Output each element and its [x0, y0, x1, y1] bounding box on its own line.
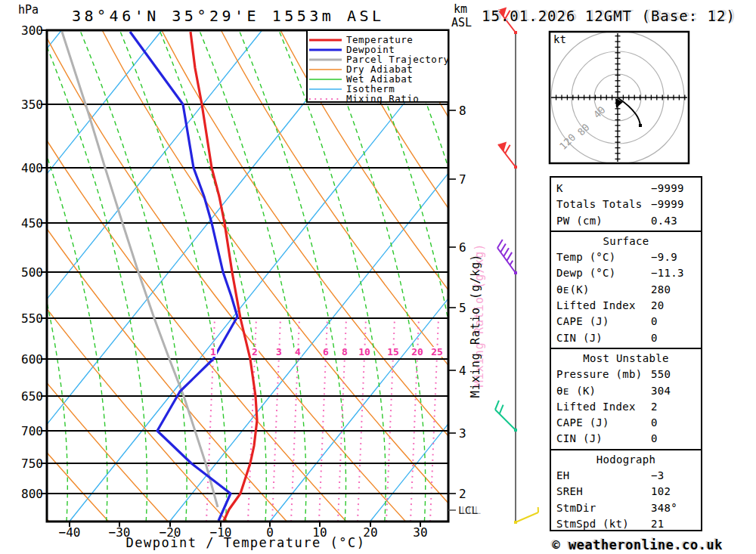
- table-row: K−9999: [551, 181, 701, 197]
- table-row-label: EH: [556, 468, 569, 484]
- pressure-tick-label: 400: [8, 161, 43, 175]
- pressure-tick-label: 550: [8, 311, 43, 326]
- mixing-ratio-value-label: 2: [251, 347, 259, 357]
- table-row-value: 0.43: [651, 213, 698, 229]
- table-row: CIN (J)0: [551, 330, 701, 346]
- table-row-value: −9999: [651, 197, 698, 212]
- table-row: CAPE (J)0: [551, 314, 701, 330]
- table-row-label: Pressure (mb): [556, 367, 642, 382]
- table-row-value: 102: [651, 484, 698, 500]
- wind-barb: [497, 240, 517, 274]
- temp-tick-label: 0: [250, 525, 290, 540]
- hodograph-unit-label: kt: [553, 33, 566, 45]
- table-row-label: StmDir: [556, 500, 596, 516]
- run-title: 15.01.2026 12GMT (Base: 12): [482, 8, 736, 24]
- table-row-label: PW (cm): [556, 213, 603, 229]
- table-section: HodographEH−3SREH102StmDir348°StmSpd (kt…: [551, 449, 701, 534]
- table-row-label: θᴇ(K): [556, 282, 590, 298]
- pressure-tick-label: 350: [8, 97, 43, 112]
- temp-tick-label: −10: [201, 525, 240, 540]
- mixing-ratio-value-label: 25: [430, 347, 444, 357]
- table-row: Lifted Index2: [551, 399, 701, 415]
- pressure-tick-label: 600: [8, 352, 43, 367]
- table-row: θᴇ (K)304: [551, 383, 701, 399]
- mixing-ratio-value-label: 1: [209, 347, 217, 357]
- table-row-label: θᴇ (K): [556, 383, 596, 399]
- table-row-value: −9.9: [651, 249, 698, 265]
- wind-barb: [498, 141, 517, 169]
- km-tick-label: 4: [459, 364, 479, 378]
- table-row-value: 2: [651, 399, 698, 415]
- table-row: Totals Totals−9999: [551, 197, 701, 212]
- table-row-value: 0: [651, 314, 698, 330]
- table-row-value: 280: [651, 282, 698, 298]
- altitude-unit-asl: ASL: [451, 16, 472, 29]
- table-row-label: Lifted Index: [556, 399, 636, 415]
- table-row: Dewp (°C)−11.3: [551, 265, 701, 281]
- parcel-trajectory-curve: [62, 32, 218, 507]
- km-tick-label: 6: [459, 240, 479, 255]
- table-row-value: 21: [651, 516, 698, 532]
- pressure-unit-label: hPa: [18, 3, 39, 17]
- table-row-value: 20: [651, 298, 698, 314]
- table-row: Temp (°C)−9.9: [551, 249, 701, 265]
- altitude-unit-km: km: [454, 2, 467, 16]
- pressure-tick-label: 700: [8, 424, 43, 438]
- table-row-label: CIN (J): [556, 431, 603, 447]
- table-row-label: StmSpd (kt): [556, 516, 629, 532]
- table-row: StmDir348°: [551, 500, 701, 516]
- wind-barb: [495, 401, 517, 432]
- km-tick-label: 5: [459, 301, 479, 315]
- table-row: EH−3: [551, 468, 701, 484]
- table-row-label: Dewp (°C): [556, 265, 616, 281]
- lcl-label: LCL: [458, 504, 478, 516]
- skewt-sounding-page: hPa 38°46'N 35°29'E 1553m ASL 15.01.2026…: [0, 0, 756, 554]
- table-row-value: 304: [651, 383, 698, 399]
- table-section: K−9999Totals Totals−9999PW (cm)0.43: [551, 178, 701, 231]
- pressure-tick-label: 750: [8, 457, 43, 471]
- table-row: PW (cm)0.43: [551, 213, 701, 229]
- table-section-header: Surface: [551, 234, 701, 249]
- table-row: StmSpd (kt)21: [551, 516, 701, 532]
- mixing-ratio-value-label: 4: [294, 347, 302, 357]
- pressure-tick-label: 500: [8, 265, 43, 280]
- temp-tick-label: 30: [401, 525, 440, 540]
- table-section: SurfaceTemp (°C)−9.9Dewp (°C)−11.3θᴇ(K)2…: [551, 231, 701, 348]
- km-tick-label: 2: [459, 487, 479, 501]
- table-row: CAPE (J)0: [551, 415, 701, 431]
- table-row-label: Lifted Index: [556, 298, 636, 314]
- wet-adiabat-line: [438, 30, 544, 522]
- temp-tick-label: 20: [351, 525, 390, 540]
- table-row-label: CAPE (J): [556, 415, 609, 431]
- temp-tick-label: −30: [100, 525, 139, 540]
- temp-tick-label: 10: [300, 525, 339, 540]
- table-row-value: 0: [651, 431, 698, 447]
- legend-item-label: Mixing Ratio: [346, 94, 419, 104]
- table-row: θᴇ(K)280: [551, 282, 701, 298]
- km-tick-label: 7: [459, 172, 479, 187]
- table-row-label: SREH: [556, 484, 583, 500]
- table-row-label: CIN (J): [556, 330, 603, 346]
- mixing-ratio-value-label: 3: [275, 347, 283, 357]
- copyright: © weatheronline.co.uk: [520, 537, 723, 552]
- km-tick-label: 3: [459, 426, 479, 441]
- table-row-value: −11.3: [651, 265, 698, 281]
- temp-tick-label: −20: [150, 525, 190, 540]
- table-row-label: K: [556, 181, 563, 197]
- mixing-ratio-value-label: 10: [358, 347, 371, 357]
- pressure-tick-label: 450: [8, 216, 43, 231]
- wind-barb: [514, 507, 538, 524]
- table-row: Pressure (mb)550: [551, 367, 701, 382]
- hodograph-trace-end-dot: [639, 124, 642, 127]
- mixing-ratio-value-label: 20: [411, 347, 424, 357]
- pressure-tick-label: 800: [8, 487, 43, 501]
- table-row-label: Temp (°C): [556, 249, 616, 265]
- km-tick-label: 8: [459, 104, 479, 118]
- table-section: Most UnstablePressure (mb)550θᴇ (K)304Li…: [551, 348, 701, 449]
- table-row: CIN (J)0: [551, 431, 701, 447]
- pressure-tick-label: 650: [8, 389, 43, 404]
- indices-table: K−9999Totals Totals−9999PW (cm)0.43Surfa…: [550, 176, 702, 531]
- table-row: SREH102: [551, 484, 701, 500]
- temp-tick-label: −40: [50, 525, 89, 540]
- mixing-ratio-value-label: 6: [322, 347, 330, 357]
